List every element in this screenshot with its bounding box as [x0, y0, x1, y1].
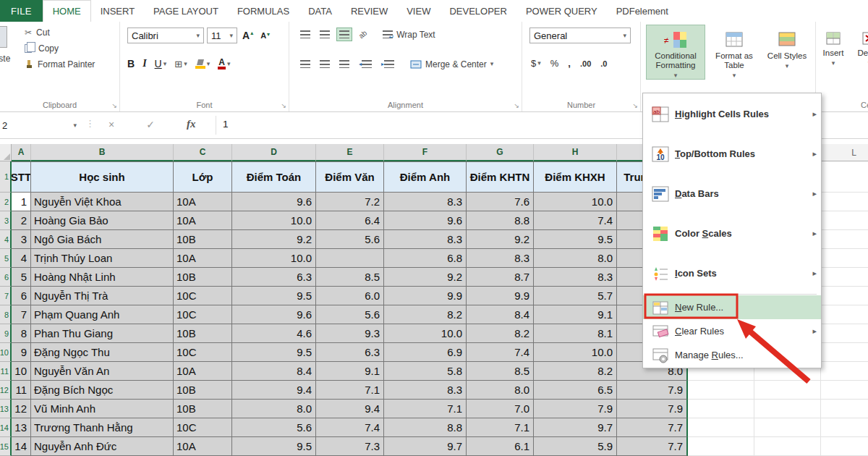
tab-review[interactable]: REVIEW	[341, 0, 397, 22]
alignment-dialog-launcher[interactable]: ↘	[514, 103, 519, 109]
confirm-entry-button[interactable]: ✓	[146, 119, 155, 130]
row-header-7[interactable]: 7	[0, 287, 12, 305]
cell-F12[interactable]: 8.3	[384, 381, 467, 400]
cell-F8[interactable]: 8.2	[384, 305, 467, 324]
tab-page-layout[interactable]: PAGE LAYOUT	[144, 0, 228, 22]
cell-K13[interactable]	[754, 400, 821, 418]
cell-L1[interactable]	[821, 161, 868, 193]
cell-A9[interactable]: 8	[12, 324, 31, 343]
cell-H15[interactable]: 5.9	[534, 437, 617, 456]
cell-K15[interactable]	[754, 437, 821, 456]
tab-power-query[interactable]: POWER QUERY	[516, 0, 607, 22]
align-center-button[interactable]	[318, 58, 332, 70]
row-header-3[interactable]: 3	[0, 211, 12, 230]
cell-G1[interactable]: Điểm KHTN	[467, 161, 534, 193]
align-right-button[interactable]	[337, 58, 352, 70]
row-header-9[interactable]: 9	[0, 324, 12, 343]
cell-C5[interactable]: 10A	[174, 249, 232, 268]
cell-I13[interactable]: 7.9	[617, 400, 688, 418]
font-color-button[interactable]: A▾	[218, 59, 230, 69]
menu-item-highlight-cells-rules[interactable]: abHighlight Cells Rules▸	[643, 94, 821, 134]
cell-C8[interactable]: 10C	[174, 305, 232, 324]
fill-color-button[interactable]: ▾	[195, 59, 210, 69]
cell-J13[interactable]	[688, 400, 754, 418]
cell-B5[interactable]: Trịnh Thúy Loan	[31, 249, 174, 268]
cell-G11[interactable]: 8.5	[467, 362, 534, 381]
cell-G5[interactable]: 8.3	[467, 249, 534, 268]
select-all-corner[interactable]	[0, 144, 12, 161]
cell-D13[interactable]: 8.0	[232, 400, 316, 418]
cell-L7[interactable]	[821, 287, 868, 305]
tab-developer[interactable]: DEVELOPER	[440, 0, 516, 22]
column-header-H[interactable]: H	[534, 144, 617, 161]
cell-F4[interactable]: 8.3	[384, 230, 467, 249]
cell-H9[interactable]: 8.1	[534, 324, 617, 343]
row-header-1[interactable]: 1	[0, 161, 12, 193]
cell-C11[interactable]: 10A	[174, 362, 232, 381]
cell-G7[interactable]: 9.9	[467, 287, 534, 305]
cell-C10[interactable]: 10C	[174, 343, 232, 362]
cell-L8[interactable]	[821, 305, 868, 324]
cell-C2[interactable]: 10A	[174, 193, 232, 211]
cell-K12[interactable]	[754, 381, 821, 400]
increase-font-size-button[interactable]: A▴	[240, 30, 255, 41]
insert-cells-button[interactable]: Insert ▾	[819, 25, 848, 67]
font-size-combo[interactable]: 11 ▾	[207, 28, 237, 43]
cell-H5[interactable]: 8.0	[534, 249, 617, 268]
cell-J15[interactable]	[688, 437, 754, 456]
decrease-indent-button[interactable]: ◂	[357, 58, 374, 70]
cell-L10[interactable]	[821, 343, 868, 362]
cell-L4[interactable]	[821, 230, 868, 249]
decrease-font-size-button[interactable]: A▾	[258, 31, 272, 40]
cancel-entry-button[interactable]: ×	[109, 119, 114, 130]
cell-C3[interactable]: 10A	[174, 211, 232, 230]
column-header-A[interactable]: A	[12, 144, 31, 161]
cell-H3[interactable]: 7.4	[534, 211, 617, 230]
formula-bar-resize-handle[interactable]: ⋮	[85, 118, 95, 129]
cell-D3[interactable]: 10.0	[232, 211, 316, 230]
cell-E10[interactable]: 6.3	[316, 343, 384, 362]
cell-L11[interactable]	[821, 362, 868, 381]
cell-D1[interactable]: Điểm Toán	[232, 161, 316, 193]
cell-C6[interactable]: 10B	[174, 268, 232, 287]
cell-styles-button[interactable]: Cell Styles ▾	[763, 25, 811, 80]
cell-A10[interactable]: 9	[12, 343, 31, 362]
cell-D8[interactable]: 9.6	[232, 305, 316, 324]
cell-G8[interactable]: 8.4	[467, 305, 534, 324]
row-header-2[interactable]: 2	[0, 193, 12, 211]
cell-E4[interactable]: 5.6	[316, 230, 384, 249]
tab-home[interactable]: HOME	[43, 0, 91, 22]
cell-B9[interactable]: Phan Thu Giang	[31, 324, 174, 343]
menu-item-manage-rules[interactable]: Manage Rules...	[643, 343, 821, 367]
column-header-G[interactable]: G	[467, 144, 534, 161]
cell-H7[interactable]: 5.7	[534, 287, 617, 305]
cell-D4[interactable]: 9.2	[232, 230, 316, 249]
cell-D15[interactable]: 9.5	[232, 437, 316, 456]
cell-G14[interactable]: 7.1	[467, 418, 534, 437]
cell-G12[interactable]: 8.0	[467, 381, 534, 400]
cell-K14[interactable]	[754, 418, 821, 437]
row-header-10[interactable]: 10	[0, 343, 12, 362]
cell-B14[interactable]: Trương Thanh Hằng	[31, 418, 174, 437]
cell-F11[interactable]: 5.8	[384, 362, 467, 381]
bold-button[interactable]: B	[127, 58, 135, 69]
copy-button[interactable]: Copy	[25, 43, 95, 54]
cell-B8[interactable]: Phạm Quang Anh	[31, 305, 174, 324]
cell-H12[interactable]: 6.5	[534, 381, 617, 400]
cell-B13[interactable]: Vũ Minh Anh	[31, 400, 174, 418]
menu-item-color-scales[interactable]: Color Scales▸	[643, 214, 821, 253]
cell-L5[interactable]	[821, 249, 868, 268]
cell-D10[interactable]: 9.5	[232, 343, 316, 362]
format-painter-button[interactable]: Format Painter	[25, 59, 95, 69]
orientation-button[interactable]: ab	[357, 29, 369, 41]
cell-D5[interactable]: 10.0	[232, 249, 316, 268]
menu-item-new-rule[interactable]: New Rule...	[643, 295, 821, 319]
cell-B3[interactable]: Hoàng Gia Bảo	[31, 211, 174, 230]
cell-F1[interactable]: Điểm Anh	[384, 161, 467, 193]
cell-E14[interactable]: 7.4	[316, 418, 384, 437]
cell-D2[interactable]: 9.6	[232, 193, 316, 211]
cell-C1[interactable]: Lớp	[174, 161, 232, 193]
cell-A11[interactable]: 10	[12, 362, 31, 381]
number-dialog-launcher[interactable]: ↘	[632, 103, 638, 109]
column-header-L[interactable]: L	[821, 144, 868, 161]
